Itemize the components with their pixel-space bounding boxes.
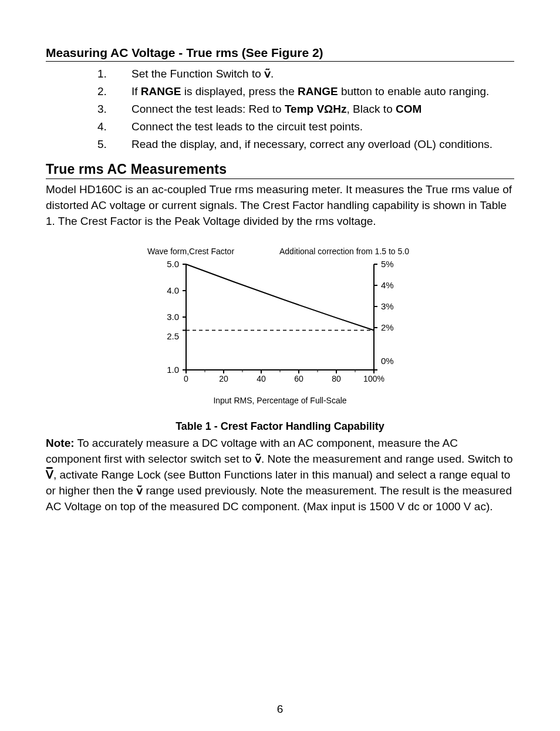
step-5: 5. Read the display, and, if necessary, … [97, 136, 514, 153]
jack-com: COM [396, 103, 421, 115]
step-num: 3. [97, 102, 110, 117]
text: , Black to [347, 103, 396, 115]
page-number: 6 [0, 703, 560, 716]
xtick: 100% [363, 374, 384, 383]
ytick: 3.0 [167, 312, 179, 322]
step-text: Connect the test leads to the circuit te… [131, 119, 514, 134]
y2tick: 0% [381, 356, 394, 366]
xtick: 80 [332, 374, 341, 383]
step-num: 4. [97, 119, 110, 134]
step-num: 5. [97, 137, 110, 152]
ytick: 5.0 [167, 259, 179, 269]
step-text: Set the Function Switch to ṽ. [131, 66, 514, 82]
text: button to enable auto ranging. [338, 85, 490, 97]
ytick: 4.0 [167, 285, 179, 295]
v-ac-icon: ṽ [136, 484, 143, 497]
text: is displayed, press the [181, 85, 298, 97]
text: If [131, 85, 141, 97]
chart-title-left: Wave form,Crest Factor [145, 247, 278, 256]
xtick: 0 [184, 374, 188, 383]
step-1: 1. Set the Function Switch to ṽ. [97, 65, 514, 83]
step-text: Connect the test leads: Red to Temp VΩHz… [131, 102, 514, 117]
steps-list: 1. Set the Function Switch to ṽ. 2. If R… [46, 65, 514, 153]
ytick: 2.5 [167, 331, 179, 341]
v-ac-icon: ṽ [264, 68, 271, 80]
heading-true-rms: True rms AC Measurements [46, 161, 514, 179]
crest-factor-chart: Wave form,Crest Factor Additional correc… [157, 247, 403, 405]
true-rms-paragraph: Model HD160C is an ac-coupled True rms m… [46, 181, 514, 229]
step-num: 2. [97, 84, 110, 99]
step-3: 3. Connect the test leads: Red to Temp V… [97, 100, 514, 118]
chart-title-right: Additional correction from 1.5 to 5.0 [278, 247, 415, 256]
chart-xlabel: Input RMS, Percentage of Full-Scale [213, 396, 346, 405]
ytick: 1.0 [167, 365, 179, 375]
range-label: RANGE [141, 85, 181, 97]
y2tick: 3% [381, 301, 394, 311]
y2tick: 5% [381, 259, 394, 269]
table-caption: Table 1 - Crest Factor Handling Capabili… [46, 420, 514, 433]
text: . [271, 68, 274, 80]
xtick: 20 [219, 374, 228, 383]
y2tick: 2% [381, 322, 394, 332]
text: . Note the measurement and range used. S… [261, 453, 513, 465]
step-num: 1. [97, 66, 110, 82]
xtick: 40 [257, 374, 266, 383]
range-button-label: RANGE [298, 85, 338, 97]
v-ac-icon: ṽ [255, 453, 261, 465]
chart-svg: 5.0 4.0 3.0 2.5 1.0 5% 4% 3% 2% 0% [145, 258, 415, 393]
step-2: 2. If RANGE is displayed, press the RANG… [97, 83, 514, 100]
text: Connect the test leads: Red to [131, 103, 285, 115]
note-paragraph: Note: To accurately measure a DC voltage… [46, 435, 514, 514]
crest-curve [186, 264, 374, 331]
page-root: Measuring AC Voltage - True rms (See Fig… [0, 0, 560, 731]
y2tick: 4% [381, 280, 394, 290]
step-4: 4. Connect the test leads to the circuit… [97, 118, 514, 136]
xtick: 60 [294, 374, 303, 383]
v-dc-icon: V̅ [46, 469, 53, 481]
text: Set the Function Switch to [131, 68, 264, 80]
step-text: Read the display, and, if necessary, cor… [131, 137, 514, 152]
note-label: Note: [46, 437, 75, 449]
heading-measuring-ac: Measuring AC Voltage - True rms (See Fig… [46, 46, 514, 62]
step-text: If RANGE is displayed, press the RANGE b… [131, 84, 514, 99]
jack-temp: Temp VΩHz [285, 103, 347, 115]
